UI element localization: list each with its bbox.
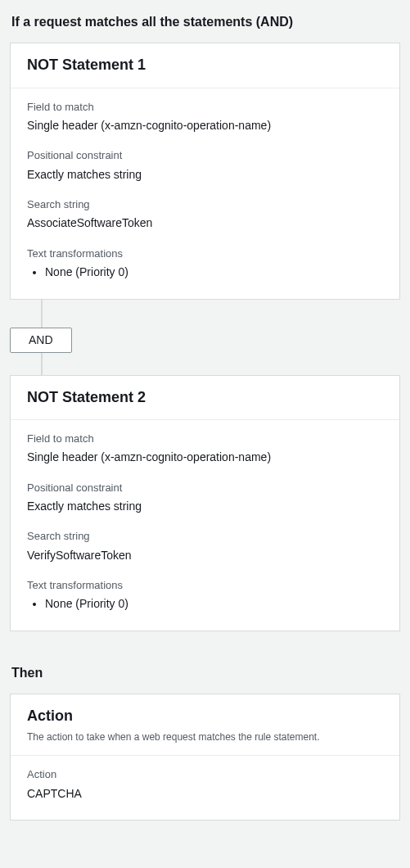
field-to-match: Field to match Single header (x-amzn-cog… xyxy=(27,432,383,466)
statement-card: NOT Statement 2 Field to match Single he… xyxy=(10,375,400,631)
statement-body: Field to match Single header (x-amzn-cog… xyxy=(11,419,399,631)
text-transformations: Text transformations None (Priority 0) xyxy=(27,578,383,613)
field-value: Exactly matches string xyxy=(27,167,383,183)
transform-list: None (Priority 0) xyxy=(27,596,383,613)
action-field: Action CAPTCHA xyxy=(27,767,383,802)
statement-title: NOT Statement 2 xyxy=(27,387,383,408)
transform-item: None (Priority 0) xyxy=(45,596,383,613)
transform-item: None (Priority 0) xyxy=(45,264,383,281)
positional-constraint: Positional constraint Exactly matches st… xyxy=(27,148,383,183)
transform-list: None (Priority 0) xyxy=(27,264,383,281)
statement-card: NOT Statement 1 Field to match Single he… xyxy=(10,43,400,299)
field-value: CAPTCHA xyxy=(27,786,383,802)
then-section-heading: Then xyxy=(11,664,400,682)
statement-title: NOT Statement 1 xyxy=(27,55,383,75)
field-label: Positional constraint xyxy=(27,481,383,495)
field-value: Single header (x-amzn-cognito-operation-… xyxy=(27,450,383,466)
statement-header: NOT Statement 1 xyxy=(11,43,399,87)
action-card: Action The action to take when a web req… xyxy=(10,694,400,821)
statement-body: Field to match Single header (x-amzn-cog… xyxy=(11,88,399,299)
field-label: Search string xyxy=(27,197,383,212)
field-label: Text transformations xyxy=(27,578,383,593)
action-body: Action CAPTCHA xyxy=(11,755,399,820)
statement-header: NOT Statement 2 xyxy=(11,376,399,419)
action-header: Action The action to take when a web req… xyxy=(11,694,399,755)
field-label: Search string xyxy=(27,529,383,544)
field-value: Exactly matches string xyxy=(27,499,383,515)
action-title: Action xyxy=(27,706,383,726)
positional-constraint: Positional constraint Exactly matches st… xyxy=(27,481,383,515)
field-label: Action xyxy=(27,767,383,782)
field-value: Single header (x-amzn-cognito-operation-… xyxy=(27,118,383,134)
action-subtitle: The action to take when a web request ma… xyxy=(27,730,383,744)
search-string: Search string VerifySoftwareToken xyxy=(27,529,383,563)
field-to-match: Field to match Single header (x-amzn-cog… xyxy=(27,100,383,134)
field-value: AssociateSoftwareToken xyxy=(27,215,383,232)
logical-connector: AND xyxy=(10,300,400,375)
match-section-heading: If a request matches all the statements … xyxy=(11,13,400,31)
field-label: Text transformations xyxy=(27,246,383,261)
field-label: Field to match xyxy=(27,100,383,115)
field-label: Positional constraint xyxy=(27,148,383,163)
and-badge: AND xyxy=(10,328,72,354)
field-label: Field to match xyxy=(27,432,383,446)
text-transformations: Text transformations None (Priority 0) xyxy=(27,246,383,281)
search-string: Search string AssociateSoftwareToken xyxy=(27,197,383,232)
field-value: VerifySoftwareToken xyxy=(27,548,383,564)
